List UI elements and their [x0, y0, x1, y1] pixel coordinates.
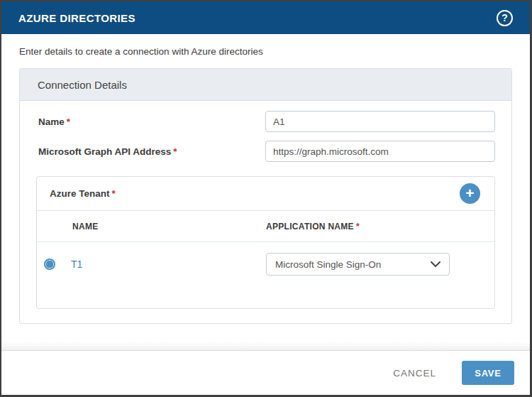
plus-icon: + [465, 185, 474, 200]
connection-details-header: Connection Details [20, 69, 511, 101]
add-tenant-button[interactable]: + [460, 183, 480, 204]
column-header-name: NAME [37, 222, 266, 232]
chevron-down-icon [431, 261, 440, 268]
cancel-button[interactable]: CANCEL [393, 368, 436, 379]
name-field-row: Name* [36, 111, 495, 132]
dialog-title: AZURE DIRECTORIES [18, 12, 135, 24]
application-name-select[interactable]: Microsoft Single Sign-On [266, 253, 450, 276]
required-marker: * [356, 222, 360, 232]
graph-api-label: Microsoft Graph API Address* [36, 146, 265, 157]
dialog-footer: CANCEL SAVE [1, 350, 530, 395]
column-header-application-name: APPLICATION NAME* [266, 222, 360, 232]
azure-tenant-header: Azure Tenant* + [37, 177, 494, 211]
azure-directories-dialog: AZURE DIRECTORIES ? Enter details to cre… [0, 0, 532, 397]
azure-tenant-title-text: Azure Tenant [50, 188, 110, 199]
azure-tenant-box: Azure Tenant* + NAME APPLICATION NAME* [36, 176, 495, 309]
column-header-application-name-text: APPLICATION NAME [266, 222, 354, 232]
dialog-titlebar: AZURE DIRECTORIES ? [1, 1, 530, 34]
tenant-name-link[interactable]: T1 [71, 259, 266, 270]
help-icon[interactable]: ? [497, 10, 513, 26]
intro-text: Enter details to create a connection wit… [19, 46, 512, 57]
application-name-select-value: Microsoft Single Sign-On [275, 259, 381, 270]
connection-details-title: Connection Details [38, 79, 127, 91]
graph-api-input[interactable] [265, 141, 495, 162]
required-marker: * [173, 146, 177, 157]
dialog-content: Enter details to create a connection wit… [1, 34, 530, 350]
tenant-table-row: T1 Microsoft Single Sign-On [37, 242, 494, 279]
connection-details-panel: Connection Details Name* Microsoft Graph… [19, 68, 512, 324]
graph-api-field-row: Microsoft Graph API Address* [36, 141, 495, 162]
help-icon-glyph: ? [501, 12, 508, 23]
save-button[interactable]: SAVE [462, 361, 514, 385]
graph-api-label-text: Microsoft Graph API Address [38, 146, 171, 157]
azure-tenant-title: Azure Tenant* [50, 188, 116, 199]
tenant-radio[interactable] [44, 259, 55, 270]
name-label-text: Name [38, 116, 65, 127]
required-marker: * [67, 116, 70, 127]
name-label: Name* [36, 116, 265, 127]
name-input[interactable] [265, 111, 495, 132]
connection-details-body: Name* Microsoft Graph API Address* Azure… [20, 101, 511, 309]
tenant-table-header: NAME APPLICATION NAME* [37, 211, 494, 242]
required-marker: * [112, 188, 116, 199]
